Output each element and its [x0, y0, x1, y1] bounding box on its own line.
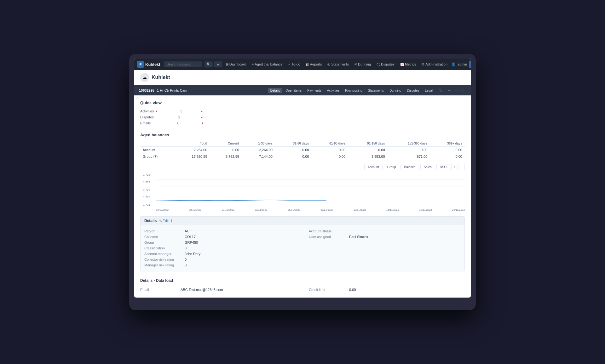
nav-item-reports[interactable]: ◧ Reports: [303, 61, 325, 67]
star-button[interactable]: ★: [214, 61, 222, 67]
account-tab-details[interactable]: Details: [268, 88, 283, 93]
table-row: Account 2,264.00 0.00 2,264.00 0.00 0.00…: [140, 147, 465, 153]
chart-btn-group[interactable]: Group: [384, 164, 400, 170]
logo-area: Kuhlekt: [137, 61, 160, 68]
account-tab-legal[interactable]: Legal: [423, 88, 435, 93]
activities-arrow: ▲: [200, 110, 203, 113]
col-current: Current: [210, 140, 242, 147]
chart-btn-account[interactable]: Account: [364, 164, 383, 170]
row-group-91-150: 3,953.00: [348, 153, 387, 160]
row-group-31-60: 0.00: [275, 153, 312, 160]
account-tab-open-items[interactable]: Open items: [283, 88, 304, 93]
quick-view-title: Quick view: [140, 100, 465, 105]
nav-item-dunning[interactable]: ✉ Dunning: [352, 61, 373, 67]
nav-item-metrics[interactable]: 📈 Metrics: [398, 61, 418, 67]
chart-x-label-10: 21/11/2023: [452, 208, 465, 211]
nav-item-statements[interactable]: ◎ Statements: [325, 61, 351, 67]
account-manager-label: Account manager: [144, 252, 182, 256]
cloud-icon: ☁: [140, 73, 149, 82]
row-account-361-plus: 0.00: [430, 147, 465, 153]
details-left: Region AU Collector COL17 Group GRP450: [144, 228, 296, 268]
chart-btn-dso[interactable]: DSO: [436, 164, 450, 170]
email-value: ABC.Test.mail@12345.com: [181, 288, 223, 292]
search-button[interactable]: 🔍: [205, 61, 213, 67]
row-account-61-90: 0.00: [312, 147, 348, 153]
chart-x-label-1: 25/10/2023: [156, 208, 169, 211]
svg-point-0: [140, 63, 141, 65]
disputes-value: 2: [174, 115, 180, 119]
row-group-label: Group (7): [140, 153, 175, 160]
nav-item-administration[interactable]: ⚙ Administration: [419, 61, 450, 67]
detail-row-region: Region AU: [144, 228, 296, 234]
details-grid: Region AU Collector COL17 Group GRP450: [144, 228, 461, 268]
detail-row-collector: Collector COL17: [144, 234, 296, 240]
disputes-label: Disputes: [140, 115, 154, 119]
nav-item-disputes[interactable]: ◯ Disputes: [374, 61, 397, 67]
chart-x-label-5: 06/11/2023: [288, 208, 300, 211]
phone-button[interactable]: 📞: [438, 88, 445, 93]
add-button[interactable]: +: [454, 88, 458, 93]
account-tab-payments[interactable]: Payments: [305, 88, 324, 93]
col-1-30: 1-30 days: [242, 140, 275, 147]
col-91-150: 91-150 days: [348, 140, 387, 147]
laptop-frame: Kuhlekt 🔍 ★ ⊞ Dashboard ≡ Aged trial bal…: [129, 54, 476, 310]
chart-x-label-3: 31/10/2023: [222, 208, 234, 211]
chart-btn-balance[interactable]: Balance: [400, 164, 419, 170]
nav-items: ⊞ Dashboard ≡ Aged trial balance ✓ To-do…: [223, 61, 450, 67]
edit-button[interactable]: ✎ Edit: [159, 219, 169, 223]
details-section-title: Details: [144, 219, 157, 223]
account-tab-disputes[interactable]: Disputes: [405, 88, 422, 93]
chart-y-label-1723: 1,723: [143, 188, 150, 191]
row-group-151-360: 671.00: [388, 153, 430, 160]
app-header: ☁ Kuhlekt: [134, 70, 471, 85]
dunning-icon: ✉: [354, 63, 357, 66]
region-value: AU: [185, 229, 189, 233]
more-button[interactable]: ⋮: [460, 88, 466, 93]
aged-trial-icon: ≡: [252, 63, 254, 66]
detail-row-manager-risk: Manager risk rating 0: [144, 262, 296, 268]
chart-btn-sales[interactable]: Sales: [420, 164, 435, 170]
chart-x-label-8: 15/11/2023: [386, 208, 399, 211]
row-group-1-30: 7,144.00: [242, 153, 275, 160]
data-load-section: Details - Data load Email ABC.Test.mail@…: [140, 276, 465, 293]
collector-label: Collector: [144, 235, 182, 239]
app-title: Kuhlekt: [152, 75, 170, 80]
chart-x-label-4: 03/11/2023: [255, 208, 267, 211]
account-tab-activities[interactable]: Activities: [325, 88, 342, 93]
user-assigned-value: Paul Sinclair: [349, 235, 368, 239]
arrow-button[interactable]: →: [446, 88, 452, 93]
collector-value: COL17: [185, 235, 196, 239]
info-button[interactable]: i: [171, 219, 172, 223]
account-bar: 10632295 1 Hr Ctr Prints Cam Details Ope…: [134, 85, 471, 95]
chart-y-label-1725: 1,725: [143, 173, 150, 176]
aged-balances-title: Aged balances: [140, 133, 465, 137]
account-tab-statements[interactable]: Statements: [366, 88, 387, 93]
admin-icon: ⚙: [422, 63, 424, 66]
table-row: Group (7) 17,530.99 5,762.99 7,144.00 0.…: [140, 153, 465, 160]
detail-row-user-assigned: User assigned Paul Sinclair: [309, 234, 461, 240]
account-manager-value: John Dory: [185, 252, 200, 256]
quick-view-row-activities: Activities ▲ 3 ▲: [140, 108, 203, 114]
account-tab-dunning[interactable]: Dunning: [387, 88, 404, 93]
plus-button[interactable]: +: [469, 61, 471, 68]
aged-table-header: Total Current 1-30 days 31-60 days 61-90…: [140, 140, 465, 147]
chart-x-label-7: 12/11/2023: [354, 208, 366, 211]
col-361-plus: 361+ days: [430, 140, 465, 147]
reports-icon: ◧: [306, 63, 309, 66]
chart-collapse-button[interactable]: –: [458, 164, 465, 170]
nav-item-todo[interactable]: ✓ To-do: [285, 61, 303, 67]
row-account-1-30: 2,264.00: [242, 147, 275, 153]
account-tab-provisioning[interactable]: Provisioning: [343, 88, 365, 93]
chart-prev-button[interactable]: ‹: [451, 164, 457, 170]
edit-icon: ✎: [159, 219, 162, 223]
nav-item-dashboard[interactable]: ⊞ Dashboard: [223, 61, 249, 67]
search-input[interactable]: [164, 61, 202, 67]
collector-risk-label: Collector risk rating: [144, 258, 182, 261]
row-account-151-360: 0.00: [388, 147, 430, 153]
nav-item-aged-trial[interactable]: ≡ Aged trial balance: [250, 61, 285, 67]
metrics-icon: 📈: [400, 63, 404, 66]
manager-risk-value: 0: [185, 263, 187, 267]
row-account-91-150: 0.00: [348, 147, 387, 153]
collector-risk-value: 0: [185, 258, 187, 261]
account-name: 1 Hr Ctr Prints Cam: [157, 88, 268, 92]
